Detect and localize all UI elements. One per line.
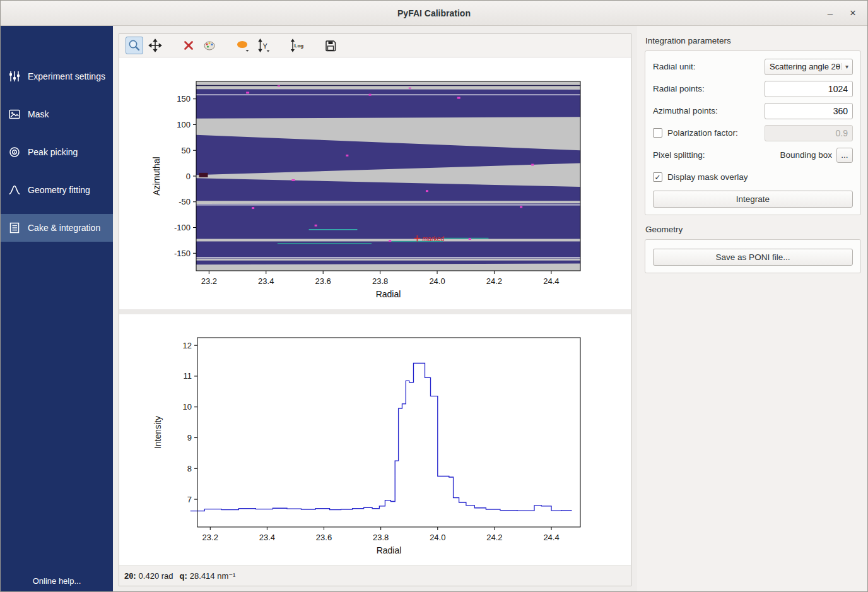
svg-text:50: 50 — [182, 146, 191, 155]
svg-text:Intensity: Intensity — [153, 416, 163, 449]
radial-unit-row: Radial unit: Scattering angle 2θ ▾ — [653, 58, 853, 75]
titlebar: PyFAI Calibration – × — [1, 1, 867, 26]
svg-text:24.4: 24.4 — [543, 533, 559, 542]
sidebar-item-label: Cake & integration — [28, 223, 100, 233]
geometry-title: Geometry — [645, 225, 861, 234]
check-icon: ✓ — [654, 173, 660, 182]
svg-text:-100: -100 — [174, 223, 191, 232]
svg-text:marked: marked — [422, 235, 444, 242]
aspect-ratio-button[interactable] — [234, 37, 252, 54]
close-button[interactable]: × — [842, 1, 864, 26]
svg-text:23.8: 23.8 — [372, 276, 388, 286]
svg-text:24.4: 24.4 — [543, 276, 559, 286]
save-poni-button[interactable]: Save as PONI file... — [653, 249, 853, 266]
radial-points-value: 1024 — [828, 84, 848, 94]
sidebar-item-cake-integration[interactable]: Cake & integration — [1, 214, 113, 242]
cake-plot[interactable]: marked23.223.423.623.824.024.224.4-150-1… — [119, 57, 631, 309]
sliders-icon — [7, 70, 22, 83]
radial-unit-select[interactable]: Scattering angle 2θ ▾ — [765, 59, 853, 75]
minimize-button[interactable]: – — [819, 1, 841, 26]
svg-text:Azimuthal: Azimuthal — [151, 157, 161, 195]
radial-points-label: Radial points: — [653, 84, 765, 93]
magnifier-icon — [127, 38, 141, 52]
pixel-splitting-label: Pixel splitting: — [653, 150, 780, 160]
integration-list-icon — [7, 222, 22, 234]
svg-text:Radial: Radial — [376, 289, 401, 299]
svg-text:11: 11 — [184, 371, 192, 381]
main-area: Y Log marked23.223.423.623.824.024.224.4… — [113, 26, 637, 591]
plot-card: Y Log marked23.223.423.623.824.024.224.4… — [119, 33, 631, 586]
sidebar-item-label: Mask — [28, 109, 49, 119]
pan-arrows-icon — [148, 38, 162, 52]
svg-text:150: 150 — [177, 94, 191, 104]
palette-icon — [202, 38, 216, 52]
clear-button[interactable] — [180, 37, 197, 54]
q-label: q: — [180, 571, 187, 581]
sidebar-item-peak-picking[interactable]: Peak picking — [1, 138, 113, 166]
svg-text:24.0: 24.0 — [430, 533, 445, 542]
sidebar-item-label: Geometry fitting — [28, 185, 90, 195]
window-title: PyFAI Calibration — [397, 8, 471, 18]
sidebar-item-label: Experiment settings — [28, 71, 105, 81]
radial-unit-value: Scattering angle 2θ — [765, 62, 841, 71]
plot-statusbar: 2θ: 0.420 rad q: 28.414 nm⁻¹ — [119, 565, 631, 586]
polarization-checkbox[interactable] — [653, 128, 662, 138]
svg-text:10: 10 — [183, 402, 192, 411]
azimuthal-points-row: Azimuthal points: 360 — [653, 102, 853, 119]
radial-unit-label: Radial unit: — [653, 62, 765, 71]
sidebar-item-mask[interactable]: Mask — [1, 100, 113, 128]
y-axis-direction-button[interactable]: Y — [255, 37, 273, 54]
tth-label: 2θ: — [124, 571, 136, 581]
mask-overlay-row: ✓ Display mask overlay — [653, 169, 853, 186]
radial-points-row: Radial points: 1024 — [653, 80, 853, 97]
sidebar-item-experiment-settings[interactable]: Experiment settings — [1, 62, 113, 90]
ellipse-icon — [236, 38, 250, 52]
chevron-down-icon — [246, 50, 249, 52]
mask-overlay-checkbox[interactable]: ✓ — [653, 172, 662, 182]
chevron-down-icon: ▾ — [841, 63, 852, 70]
red-cross-icon — [182, 38, 196, 52]
pixel-splitting-more-button[interactable]: ... — [836, 148, 853, 163]
svg-text:Log: Log — [295, 43, 304, 49]
integration-panel: Integration parameters Radial unit: Scat… — [637, 26, 868, 591]
sidebar: Experiment settings Mask Peak picking Ge… — [1, 26, 113, 591]
log-scale-button[interactable]: Log — [288, 37, 306, 54]
mask-overlay-label: Display mask overlay — [667, 172, 853, 182]
azimuthal-points-value: 360 — [833, 106, 848, 116]
integrate-button[interactable]: Integrate — [653, 191, 853, 208]
svg-text:24.0: 24.0 — [429, 276, 445, 286]
pan-mode-button[interactable] — [146, 37, 164, 54]
integration-plot[interactable]: 23.223.423.623.824.024.224.4789101112Rad… — [119, 314, 631, 565]
polarization-label: Polarization factor: — [667, 128, 765, 138]
sidebar-item-geometry-fitting[interactable]: Geometry fitting — [1, 176, 113, 204]
pixel-splitting-row: Pixel splitting: Bounding box ... — [653, 146, 853, 163]
svg-text:-150: -150 — [174, 249, 191, 258]
svg-text:23.6: 23.6 — [315, 276, 331, 286]
zoom-mode-button[interactable] — [126, 37, 143, 54]
svg-text:24.2: 24.2 — [486, 276, 502, 286]
svg-text:8: 8 — [187, 464, 192, 473]
svg-text:23.2: 23.2 — [201, 276, 217, 286]
azimuthal-points-input[interactable]: 360 — [765, 103, 853, 119]
svg-text:-50: -50 — [179, 197, 191, 206]
save-snapshot-button[interactable] — [322, 37, 339, 54]
chevron-down-icon — [267, 50, 270, 52]
online-help-link[interactable]: Online help... — [1, 576, 113, 586]
svg-text:Radial: Radial — [377, 545, 402, 555]
svg-text:7: 7 — [187, 495, 192, 504]
plot-separator — [119, 309, 631, 314]
svg-text:Y: Y — [263, 42, 268, 50]
azimuthal-points-label: Azimuthal points: — [653, 106, 765, 115]
y-axis-icon: Y — [257, 38, 271, 52]
mask-image-icon — [7, 108, 22, 121]
tth-value: 0.420 rad — [139, 571, 173, 581]
integration-groupbox: Radial unit: Scattering angle 2θ ▾ Radia… — [645, 50, 861, 215]
geometry-groupbox: Save as PONI file... — [645, 239, 861, 273]
svg-text:23.4: 23.4 — [258, 276, 274, 286]
polarization-input: 0.9 — [765, 125, 853, 141]
colormap-button[interactable] — [201, 37, 218, 54]
radial-points-input[interactable]: 1024 — [765, 81, 853, 97]
svg-text:23.6: 23.6 — [316, 533, 332, 542]
polarization-value: 0.9 — [836, 128, 848, 138]
floppy-disk-icon — [324, 38, 337, 52]
